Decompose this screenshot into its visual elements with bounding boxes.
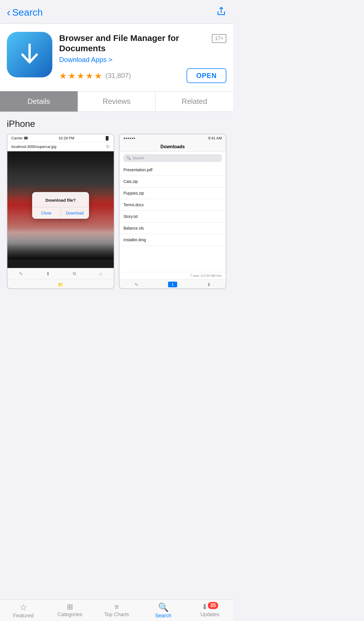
star-4: ★ bbox=[86, 71, 93, 81]
updates-badge: 35 bbox=[208, 602, 218, 609]
file-item-0[interactable]: Presentation.pdf bbox=[119, 164, 226, 176]
browser-toolbar: ✎ ⬆ ⧉ ⌕ bbox=[7, 268, 114, 279]
downloads-title: Downloads bbox=[119, 142, 226, 152]
tab-details[interactable]: Details bbox=[0, 91, 78, 112]
app-info-top: Browser and File Manager for Documents 1… bbox=[7, 32, 226, 83]
folder-icon[interactable]: 📁 bbox=[58, 282, 63, 287]
star-1: ★ bbox=[59, 71, 67, 81]
app-title-row: Browser and File Manager for Documents 1… bbox=[59, 33, 226, 53]
app-subtitle[interactable]: Download Apps > bbox=[59, 56, 226, 64]
tab-search[interactable]: 🔍 Search bbox=[149, 603, 177, 619]
iphone-section-title: iPhone bbox=[0, 112, 233, 134]
star-2: ★ bbox=[68, 71, 76, 81]
downloads-bottom-bar: ✎ 1 ⬇ bbox=[119, 279, 226, 288]
screenshots-area: Carrier ☎ 10:28 PM ▐▌ localhost:3000/sup… bbox=[0, 134, 233, 296]
back-label: Search bbox=[12, 7, 43, 18]
file-item-5[interactable]: Balance.xls bbox=[119, 222, 226, 234]
app-details: Browser and File Manager for Documents 1… bbox=[59, 32, 226, 83]
app-title: Browser and File Manager for Documents bbox=[59, 33, 208, 53]
app-rating-row: ★ ★ ★ ★ ★ (31,807) OPEN bbox=[59, 68, 226, 83]
tab-top-charts[interactable]: ≡ Top Charts bbox=[102, 603, 131, 619]
app-icon bbox=[7, 32, 52, 77]
file-list: Presentation.pdf Cats.zip Puppies.zip Te… bbox=[119, 164, 226, 272]
bottom-tab-bar: ☆ Featured ⊞ Categories ≡ Top Charts 🔍 S… bbox=[0, 599, 233, 621]
top-charts-icon: ≡ bbox=[114, 603, 119, 610]
time-right: 9:41 AM bbox=[208, 136, 222, 140]
browser-content: Download file? Close Download bbox=[7, 151, 114, 259]
refresh-icon[interactable]: ↻ bbox=[106, 144, 110, 149]
tabs-icon[interactable]: ⧉ bbox=[73, 271, 76, 277]
age-badge: 17+ bbox=[212, 34, 226, 43]
dialog-buttons: Close Download bbox=[32, 207, 89, 219]
updates-icon: ⬇ bbox=[202, 603, 208, 610]
tab-featured[interactable]: ☆ Featured bbox=[9, 603, 38, 619]
browser-bottom-bar: 📁 bbox=[7, 279, 114, 288]
star-3: ★ bbox=[77, 71, 84, 81]
signal-dots: ●●●●●● bbox=[123, 137, 135, 140]
featured-icon: ☆ bbox=[20, 603, 27, 612]
categories-icon: ⊞ bbox=[67, 603, 73, 610]
file-item-2[interactable]: Puppies.zip bbox=[119, 187, 226, 199]
tab-related[interactable]: Related bbox=[156, 91, 233, 112]
search-icon: 🔍 bbox=[126, 156, 131, 160]
status-bar-right: ●●●●●● 9:41 AM bbox=[119, 134, 226, 142]
search-bar[interactable]: 🔍 Search bbox=[123, 154, 222, 162]
tab-categories[interactable]: ⊞ Categories bbox=[56, 603, 84, 619]
download-dialog-button[interactable]: Download bbox=[61, 207, 89, 219]
chevron-left-icon: ‹ bbox=[7, 7, 11, 18]
magnify-icon[interactable]: ⌕ bbox=[99, 271, 102, 277]
app-info-section: Browser and File Manager for Documents 1… bbox=[0, 24, 233, 91]
carrier-text: Carrier ☎ bbox=[11, 136, 28, 140]
file-item-3[interactable]: Terms.docx bbox=[119, 199, 226, 211]
search-label: Search bbox=[155, 613, 171, 619]
url-text: localhost:3000/supercar.jpg bbox=[11, 145, 56, 149]
screenshot-left: Carrier ☎ 10:28 PM ▐▌ localhost:3000/sup… bbox=[7, 134, 114, 289]
tab-updates[interactable]: ⬇ 35 Updates bbox=[196, 603, 224, 619]
open-button[interactable]: OPEN bbox=[187, 68, 226, 83]
battery-text: ▐▌ bbox=[105, 136, 110, 140]
black-bar bbox=[7, 259, 114, 268]
time-text: 10:28 PM bbox=[59, 136, 75, 140]
downloads-bottom-icon[interactable]: ⬇ bbox=[207, 282, 211, 287]
edit-icon[interactable]: ✎ bbox=[19, 271, 23, 277]
rating-count: (31,807) bbox=[106, 72, 131, 80]
file-item-4[interactable]: Story.txt bbox=[119, 211, 226, 222]
share-button[interactable] bbox=[216, 6, 226, 19]
url-bar: localhost:3000/supercar.jpg ↻ bbox=[7, 142, 114, 151]
featured-label: Featured bbox=[13, 613, 34, 619]
status-bar-left: Carrier ☎ 10:28 PM ▐▌ bbox=[7, 134, 114, 142]
storage-info: 7 total, 112.80 MB free bbox=[119, 272, 226, 279]
file-item-1[interactable]: Cats.zip bbox=[119, 176, 226, 187]
download-dialog: Download file? Close Download bbox=[32, 192, 89, 219]
search-placeholder: Search bbox=[133, 156, 144, 160]
star-rating: ★ ★ ★ ★ ★ (31,807) bbox=[59, 71, 131, 81]
screenshot-right: ●●●●●● 9:41 AM Downloads 🔍 Search Presen… bbox=[119, 134, 226, 289]
header: ‹ Search bbox=[0, 0, 233, 24]
updates-label: Updates bbox=[200, 612, 219, 618]
star-5: ★ bbox=[94, 71, 102, 81]
top-charts-label: Top Charts bbox=[104, 612, 129, 618]
segment-tabs: Details Reviews Related bbox=[0, 91, 233, 112]
share-icon[interactable]: ⬆ bbox=[46, 271, 50, 277]
search-tab-icon: 🔍 bbox=[158, 603, 169, 612]
categories-label: Categories bbox=[57, 612, 82, 618]
close-dialog-button[interactable]: Close bbox=[32, 207, 61, 219]
dialog-title: Download file? bbox=[39, 198, 82, 203]
file-item-6[interactable]: Installer.dmg bbox=[119, 234, 226, 246]
tab-count-badge[interactable]: 1 bbox=[168, 282, 177, 287]
edit-bottom-icon[interactable]: ✎ bbox=[135, 282, 138, 287]
tab-reviews[interactable]: Reviews bbox=[78, 91, 156, 112]
back-button[interactable]: ‹ Search bbox=[7, 7, 43, 18]
